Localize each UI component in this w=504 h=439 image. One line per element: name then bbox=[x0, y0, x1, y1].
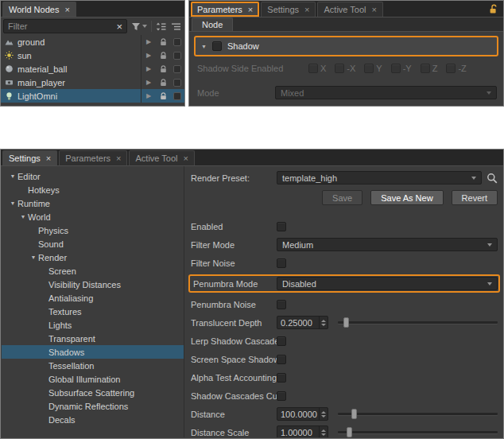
lerp-shadow-cascades-checkbox[interactable] bbox=[277, 336, 286, 346]
spinner-arrows-icon[interactable] bbox=[319, 408, 328, 420]
close-tab-icon[interactable]: × bbox=[64, 6, 69, 14]
tree-item-global-illumination[interactable]: Global Illumination bbox=[2, 372, 184, 386]
enable-node-checkbox[interactable] bbox=[170, 35, 184, 49]
distance-scale-spinbox[interactable]: 1.00000 bbox=[277, 425, 328, 437]
lock-node-icon[interactable] bbox=[156, 49, 170, 62]
node-row-sun[interactable]: sun ▶ bbox=[1, 49, 184, 62]
tree-item-screen[interactable]: Screen bbox=[2, 264, 184, 278]
tree-item-dynamic-reflections[interactable]: Dynamic Reflections bbox=[2, 399, 184, 413]
enabled-checkbox[interactable] bbox=[277, 222, 286, 231]
lock-node-icon[interactable] bbox=[156, 62, 170, 76]
filter-input[interactable]: Filter × bbox=[3, 19, 127, 33]
axis-z-checkbox[interactable] bbox=[421, 64, 430, 73]
axis-neg-y-checkbox[interactable] bbox=[391, 64, 401, 73]
tree-item-subsurface-scattering[interactable]: Subsurface Scattering bbox=[2, 386, 184, 399]
tree-item-lights[interactable]: Lights bbox=[2, 318, 184, 332]
close-tab-icon[interactable]: × bbox=[248, 6, 253, 14]
sort-hierarchy-icon[interactable] bbox=[155, 19, 167, 33]
enable-node-checkbox[interactable] bbox=[170, 76, 184, 89]
tree-item-render[interactable]: ▼Render bbox=[2, 251, 184, 264]
subtab-node[interactable]: Node bbox=[192, 17, 233, 31]
translucent-depth-slider[interactable] bbox=[338, 317, 498, 328]
spinner-arrows-icon[interactable] bbox=[319, 426, 328, 437]
shadow-cascades-culling-checkbox[interactable] bbox=[277, 391, 286, 401]
tab-settings[interactable]: Settings × bbox=[2, 150, 57, 165]
node-row-main-player[interactable]: main_player ▶ bbox=[1, 76, 184, 89]
filter-mode-select[interactable]: Medium bbox=[277, 238, 498, 251]
tree-item-tessellation[interactable]: Tessellation bbox=[2, 359, 184, 372]
tree-item-visibility-distances[interactable]: Visibility Distances bbox=[2, 278, 184, 291]
node-row-lightomni[interactable]: LightOmni ▶ bbox=[1, 89, 184, 103]
distance-spinbox[interactable]: 100.0000 bbox=[277, 407, 328, 421]
filter-noise-checkbox[interactable] bbox=[277, 258, 286, 268]
lock-node-icon[interactable] bbox=[156, 76, 170, 89]
shadow-group-header[interactable]: ▼ Shadow bbox=[194, 36, 498, 56]
axis-neg-x-checkbox[interactable] bbox=[335, 64, 344, 73]
node-row-material-ball[interactable]: material_ball ▶ bbox=[1, 62, 184, 76]
tree-item-antialiasing[interactable]: Antialiasing bbox=[2, 291, 184, 305]
lock-node-icon[interactable] bbox=[156, 89, 170, 103]
tree-item-editor[interactable]: ▼Editor bbox=[2, 169, 184, 183]
mode-select[interactable]: Mixed bbox=[275, 86, 497, 99]
isolate-node-icon[interactable]: ▶ bbox=[142, 49, 156, 62]
tab-world-nodes[interactable]: World Nodes × bbox=[2, 2, 76, 17]
save-button[interactable]: Save bbox=[322, 190, 362, 205]
screen-space-shadows-checkbox[interactable] bbox=[277, 355, 286, 364]
clear-filter-icon[interactable]: × bbox=[116, 21, 122, 32]
tab-settings[interactable]: Settings × bbox=[261, 2, 316, 17]
revert-button[interactable]: Revert bbox=[452, 190, 498, 205]
tree-item-world[interactable]: ▼World bbox=[2, 210, 184, 223]
spinner-arrows-icon[interactable] bbox=[319, 317, 328, 328]
slider-handle[interactable] bbox=[343, 317, 349, 328]
expand-arrow-icon[interactable]: ▼ bbox=[18, 214, 28, 220]
isolate-node-icon[interactable]: ▶ bbox=[142, 76, 156, 89]
tree-item-sound[interactable]: Sound bbox=[2, 237, 184, 251]
penumbra-noise-checkbox[interactable] bbox=[277, 300, 286, 309]
close-tab-icon[interactable]: × bbox=[304, 6, 309, 14]
translucent-depth-spinbox[interactable]: 0.25000 bbox=[277, 316, 328, 329]
distance-slider[interactable] bbox=[338, 409, 498, 419]
tree-item-transparent[interactable]: Transparent bbox=[2, 332, 184, 345]
expand-arrow-icon[interactable]: ▼ bbox=[29, 254, 38, 260]
render-preset-select[interactable]: template_high bbox=[277, 171, 482, 185]
axis-y-checkbox[interactable] bbox=[364, 64, 374, 73]
expand-arrow-icon[interactable]: ▼ bbox=[8, 200, 17, 206]
lock-node-icon[interactable] bbox=[156, 35, 170, 49]
close-tab-icon[interactable]: × bbox=[46, 154, 51, 163]
filter-funnel-icon[interactable] bbox=[130, 19, 148, 33]
axis-neg-z-checkbox[interactable] bbox=[446, 64, 456, 73]
isolate-node-icon[interactable]: ▶ bbox=[142, 35, 156, 49]
close-tab-icon[interactable]: × bbox=[116, 154, 121, 163]
shadow-group-checkbox[interactable] bbox=[212, 41, 222, 51]
tab-parameters[interactable]: Parameters × bbox=[59, 150, 127, 165]
tree-item-runtime[interactable]: ▼Runtime bbox=[2, 196, 184, 210]
isolate-node-icon[interactable]: ▶ bbox=[142, 62, 156, 76]
tree-item-hotkeys[interactable]: Hotkeys bbox=[2, 183, 184, 196]
tab-active-tool[interactable]: Active Tool × bbox=[129, 150, 194, 165]
slider-handle[interactable] bbox=[347, 427, 352, 437]
expand-arrow-icon[interactable]: ▼ bbox=[8, 173, 17, 179]
tree-item-shadows[interactable]: Shadows bbox=[2, 345, 184, 359]
enable-node-checkbox[interactable] bbox=[170, 62, 184, 76]
slider-handle[interactable] bbox=[351, 409, 357, 419]
alpha-test-accounting-checkbox[interactable] bbox=[277, 373, 286, 383]
enable-node-checkbox[interactable] bbox=[170, 89, 184, 103]
save-as-new-button[interactable]: Save As New bbox=[370, 190, 443, 205]
list-view-icon[interactable] bbox=[170, 19, 182, 33]
enable-node-checkbox[interactable] bbox=[170, 49, 184, 62]
distance-scale-slider[interactable] bbox=[338, 427, 498, 437]
tree-item-textures[interactable]: Textures bbox=[2, 305, 184, 318]
tree-item-decals[interactable]: Decals bbox=[2, 413, 184, 426]
tab-active-tool[interactable]: Active Tool × bbox=[317, 2, 382, 17]
node-row-ground[interactable]: ground ▶ bbox=[1, 35, 184, 49]
axis-x-checkbox[interactable] bbox=[308, 64, 318, 73]
tab-parameters[interactable]: Parameters × bbox=[191, 2, 259, 17]
close-tab-icon[interactable]: × bbox=[371, 6, 376, 14]
close-tab-icon[interactable]: × bbox=[183, 154, 188, 163]
tree-item-physics[interactable]: Physics bbox=[2, 223, 184, 237]
search-icon[interactable] bbox=[485, 173, 499, 184]
collapse-arrow-icon[interactable]: ▼ bbox=[201, 44, 207, 49]
penumbra-mode-select[interactable]: Disabled bbox=[277, 277, 498, 290]
isolate-node-icon[interactable]: ▶ bbox=[142, 89, 156, 103]
unlock-panel-icon[interactable] bbox=[489, 4, 503, 17]
